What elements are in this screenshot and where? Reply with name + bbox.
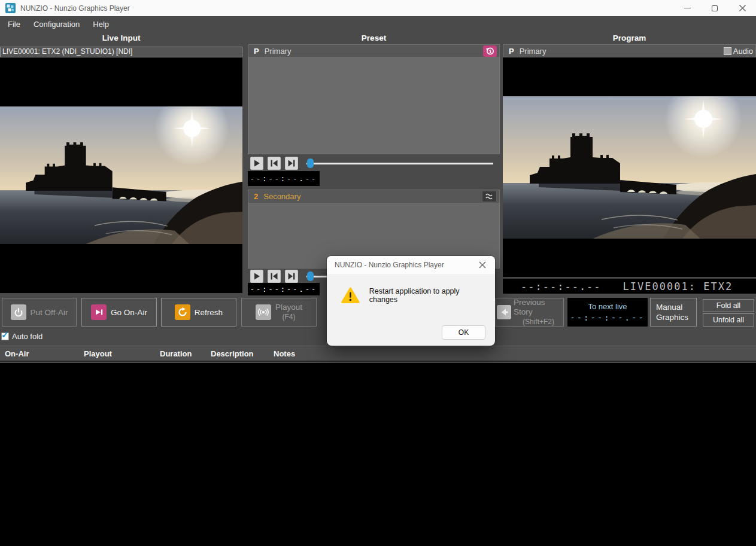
go-on-air-label: Go On-Air (111, 308, 147, 317)
to-next-live-timecode: --:--:--.-- (570, 313, 645, 322)
title-bar: NUNZIO - Nunzio Graphics Player (0, 0, 756, 16)
skip-to-end-icon (287, 272, 296, 280)
power-icon (11, 304, 26, 320)
dialog-close-button[interactable] (470, 256, 495, 274)
playout-label: Playout (275, 303, 302, 312)
program-panel: P Primary Audio (503, 44, 756, 294)
history-1-icon: 1 (485, 46, 495, 56)
live-video-frame (0, 106, 242, 244)
to-next-live-display: To next live --:--:--.-- (567, 298, 648, 327)
unfold-all-label: Unfold all (713, 316, 744, 324)
audio-label: Audio (733, 47, 753, 56)
ok-button[interactable]: OK (442, 325, 485, 340)
preset-secondary-skip-end-button[interactable] (285, 270, 298, 283)
refresh-icon (175, 304, 190, 320)
program-video-frame (503, 96, 756, 239)
minimize-icon (684, 8, 691, 8)
column-notes[interactable]: Notes (274, 346, 295, 361)
broadcast-icon (256, 304, 271, 320)
slider-track[interactable] (306, 163, 493, 164)
maximize-button[interactable] (701, 0, 728, 16)
menu-file[interactable]: File (1, 16, 27, 33)
close-icon (479, 261, 486, 269)
refresh-label: Refresh (195, 308, 223, 317)
app-icon (5, 3, 16, 13)
preset-header: Preset (248, 33, 500, 42)
previous-story-shortcut: (Shift+F2) (523, 317, 554, 327)
live-input-header: Live Input (0, 33, 242, 42)
on-air-play-icon (91, 304, 107, 320)
preset-secondary-skip-start-button[interactable] (268, 270, 281, 283)
program-status-bar: --:--:--.-- LIVE00001: ETX2 (503, 277, 756, 294)
preset-primary-seek-slider[interactable] (306, 157, 493, 170)
put-off-air-label: Put Off-Air (31, 308, 68, 317)
preset-primary-header: P Primary 1 (248, 44, 500, 57)
preset-primary-skip-start-button[interactable] (268, 157, 281, 170)
playlist-body (0, 363, 756, 546)
menu-bar: File Configuration Help (0, 16, 756, 33)
dialog-body: Restart application to apply changes (327, 274, 495, 304)
playout-shortcut: (F4) (283, 312, 296, 322)
preset-secondary-collapse-button[interactable] (482, 191, 497, 202)
minimize-button[interactable] (673, 0, 701, 16)
playlist-header-row: On-Air Playout Duration Description Note… (0, 346, 756, 362)
ok-label: OK (459, 328, 469, 337)
manual-graphics-button[interactable]: Manual Graphics (650, 298, 697, 327)
unfold-all-button[interactable]: Unfold all (703, 313, 754, 327)
previous-story-label: Previous Story (514, 298, 563, 317)
svg-text:1: 1 (488, 48, 491, 54)
close-button[interactable] (728, 0, 756, 16)
refresh-button[interactable]: Refresh (161, 298, 236, 327)
preset-secondary-header: 2 Secondary (248, 190, 500, 203)
live-video-preview (0, 57, 242, 293)
restart-dialog: NUNZIO - Nunzio Graphics Player Restart … (327, 256, 495, 346)
dialog-title-bar: NUNZIO - Nunzio Graphics Player (327, 256, 495, 274)
preset-primary-skip-end-button[interactable] (285, 157, 298, 170)
preset-primary-timecode: --:--:--.-- (248, 171, 320, 186)
audio-checkbox[interactable] (724, 47, 731, 55)
playout-button[interactable]: Playout (F4) (241, 298, 317, 327)
program-video-preview (503, 57, 756, 277)
preset-primary-badge: P (254, 47, 259, 56)
preset-secondary-badge: 2 (254, 192, 258, 201)
preset-secondary-play-button[interactable] (250, 270, 263, 283)
put-off-air-button[interactable]: Put Off-Air (2, 298, 77, 327)
preset-primary-label: Primary (265, 47, 292, 56)
auto-fold-label: Auto fold (12, 332, 42, 341)
column-playout[interactable]: Playout (84, 346, 112, 361)
dialog-title: NUNZIO - Nunzio Graphics Player (335, 261, 444, 269)
program-primary-badge: P (509, 47, 514, 56)
skip-to-start-icon (270, 272, 278, 280)
program-header: Program (503, 33, 756, 42)
column-on-air[interactable]: On-Air (5, 346, 29, 361)
fold-all-button[interactable]: Fold all (703, 299, 754, 312)
to-next-live-label: To next live (588, 302, 627, 311)
preset-history-button[interactable]: 1 (483, 45, 497, 57)
manual-graphics-label: Manual Graphics (656, 302, 696, 322)
preset-secondary-label: Secondary (263, 192, 300, 201)
window-title: NUNZIO - Nunzio Graphics Player (20, 4, 130, 13)
slider-thumb[interactable] (307, 272, 314, 281)
auto-fold-control: ✓ Auto fold (1, 332, 42, 341)
skip-to-end-icon (287, 159, 296, 167)
dialog-message: Restart application to apply changes (369, 287, 489, 304)
menu-help[interactable]: Help (86, 16, 116, 33)
program-timecode: --:--:--.-- (521, 280, 602, 292)
play-icon (253, 272, 261, 280)
auto-fold-checkbox[interactable]: ✓ (1, 333, 9, 340)
skip-to-start-icon (270, 159, 278, 167)
close-icon (739, 5, 746, 11)
warning-icon (341, 287, 360, 304)
app-window: NUNZIO - Nunzio Graphics Player File Con… (0, 0, 756, 546)
go-on-air-button[interactable]: Go On-Air (81, 298, 157, 327)
live-source-label: LIVE00001: ETX2 (NDI_STUDIO1) [NDI] (0, 47, 242, 57)
column-description[interactable]: Description (211, 346, 254, 361)
preset-primary-play-button[interactable] (250, 157, 263, 170)
preset-secondary-timecode: --:--:--.-- (248, 283, 320, 295)
previous-story-button[interactable]: Previous Story (Shift+F2) (495, 298, 564, 327)
slider-thumb[interactable] (307, 158, 314, 168)
program-primary-header: P Primary Audio (503, 44, 756, 57)
program-primary-label: Primary (520, 47, 546, 56)
column-duration[interactable]: Duration (160, 346, 192, 361)
menu-configuration[interactable]: Configuration (27, 16, 86, 33)
